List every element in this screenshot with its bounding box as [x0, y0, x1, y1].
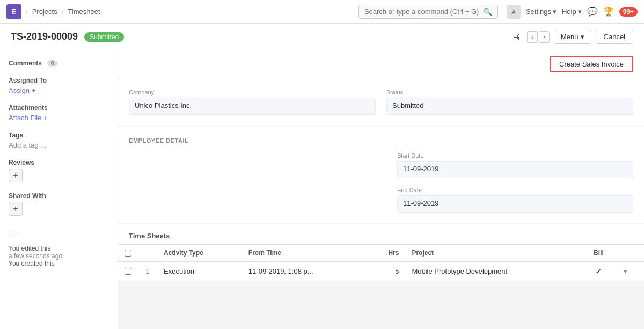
add-tag-prompt[interactable]: Add a tag ... [9, 141, 46, 149]
page-header: TS-2019-00009 Submitted 🖨 ‹ › Menu ▾ Can… [0, 24, 644, 50]
timesheets-table: Activity Type From Time Hrs Project Bill… [118, 244, 644, 281]
app-logo: E [6, 4, 21, 19]
menu-button[interactable]: Menu ▾ [554, 30, 591, 44]
td-hrs: 5 [367, 261, 405, 281]
avatar: A [507, 5, 521, 19]
next-arrow[interactable]: › [539, 31, 550, 43]
content-area: Create Sales Invoice Company Unico Plast… [118, 50, 644, 329]
sidebar-shared-with: Shared With + [9, 192, 109, 216]
row-dropdown-icon[interactable]: ▾ [624, 267, 627, 275]
end-date-label: End Date [397, 187, 633, 193]
notification-badge[interactable]: 99+ [619, 7, 638, 17]
td-dropdown[interactable]: ▾ [617, 261, 644, 281]
th-activity-type: Activity Type [157, 245, 242, 262]
prev-arrow[interactable]: ‹ [527, 31, 538, 43]
create-sales-invoice-button[interactable]: Create Sales Invoice [550, 56, 633, 72]
start-date-label: Start Date [397, 152, 633, 159]
sidebar: Comments 0 Assigned To Assign + Attachme… [0, 50, 118, 329]
sidebar-reviews: Reviews + [9, 159, 109, 182]
end-date-value: 11-09-2019 [397, 195, 633, 213]
td-from-time: 11-09-2019, 1:08 p... [242, 261, 368, 281]
bill-check-icon: ✓ [595, 267, 602, 276]
activity-line-2: a few seconds ago [9, 252, 109, 260]
sidebar-tags: Tags Add a tag ... [9, 131, 109, 149]
status-label: Status [386, 89, 633, 96]
table-row: 1 Execution 11-09-2019, 1:08 p... 5 Mobi… [118, 261, 644, 281]
form-row-1: Company Unico Plastics Inc. Status Submi… [129, 89, 633, 115]
assigned-to-label: Assigned To [9, 77, 109, 84]
add-shared-button[interactable]: + [9, 202, 23, 216]
activity-line-1: You edited this [9, 245, 109, 252]
sidebar-comments: Comments 0 [9, 59, 109, 67]
th-from-time: From Time [242, 245, 368, 262]
search-input[interactable] [364, 8, 480, 16]
th-checkbox [118, 245, 138, 262]
header-actions: 🖨 ‹ › Menu ▾ Cancel [510, 30, 633, 44]
tags-label: Tags [9, 131, 109, 139]
company-field-group: Company Unico Plastics Inc. [129, 89, 376, 115]
td-activity-type: Execution [157, 261, 242, 281]
search-icon: 🔍 [483, 8, 492, 16]
end-date-group: End Date 11-09-2019 [397, 187, 633, 213]
company-value: Unico Plastics Inc. [129, 98, 376, 115]
shared-with-label: Shared With [9, 192, 109, 200]
breadcrumb-chevron-1: › [26, 9, 28, 15]
row-checkbox[interactable] [125, 268, 131, 275]
top-nav: E › Projects › Timesheet 🔍 A Settings ▾ … [0, 0, 644, 24]
comments-count: 0 [47, 60, 58, 67]
attachments-label: Attachments [9, 104, 109, 112]
trophy-icon[interactable]: 🏆 [603, 6, 614, 17]
table-header-row: Activity Type From Time Hrs Project Bill [118, 245, 644, 262]
th-hrs: Hrs [367, 245, 405, 262]
sidebar-attachments: Attachments Attach File + [9, 104, 109, 122]
status-value: Submitted [386, 98, 633, 115]
cancel-button[interactable]: Cancel [596, 30, 633, 44]
th-bill: Bill [580, 245, 617, 262]
td-checkbox [118, 261, 138, 281]
print-button[interactable]: 🖨 [510, 30, 523, 44]
activity-line-3: You created this [9, 260, 109, 267]
timesheets-header: Time Sheets [118, 224, 644, 240]
td-project: Mobile Prototype Development [405, 261, 580, 281]
employee-detail-header: EMPLOYEE DETAIL [129, 137, 633, 144]
th-num [138, 245, 157, 262]
th-project: Project [405, 245, 580, 262]
employee-detail-section: EMPLOYEE DETAIL Start Date 11-09-2019 En… [118, 127, 644, 223]
comments-label: Comments [9, 60, 42, 67]
chat-icon[interactable]: 💬 [587, 6, 598, 17]
status-badge: Submitted [84, 32, 124, 42]
start-date-value: 11-09-2019 [397, 161, 633, 178]
reviews-label: Reviews [9, 159, 109, 166]
status-field-group: Status Submitted [386, 89, 633, 115]
start-date-group: Start Date 11-09-2019 [397, 152, 633, 178]
document-id: TS-2019-00009 [11, 31, 78, 42]
timesheets-section: Time Sheets Activity Type From Time Hrs … [118, 224, 644, 281]
heart-icon[interactable]: ♡ [9, 229, 109, 240]
add-review-button[interactable]: + [9, 169, 23, 182]
td-num: 1 [138, 261, 157, 281]
navigation-arrows: ‹ › [527, 31, 550, 43]
settings-button[interactable]: Settings ▾ [526, 8, 557, 16]
attach-file-button[interactable]: Attach File + [9, 114, 48, 122]
main-layout: Comments 0 Assigned To Assign + Attachme… [0, 50, 644, 329]
breadcrumb-projects[interactable]: Projects [32, 8, 57, 16]
company-label: Company [129, 89, 376, 96]
th-actions [617, 245, 644, 262]
company-status-form: Company Unico Plastics Inc. Status Submi… [118, 78, 644, 126]
date-fields: Start Date 11-09-2019 End Date 11-09-201… [397, 152, 633, 213]
select-all-checkbox[interactable] [125, 250, 131, 257]
nav-right-actions: A Settings ▾ Help ▾ 💬 🏆 99+ [507, 5, 638, 19]
assign-button[interactable]: Assign + [9, 86, 35, 94]
help-button[interactable]: Help ▾ [562, 8, 582, 16]
td-bill: ✓ [580, 261, 617, 281]
sidebar-assigned-to: Assigned To Assign + [9, 77, 109, 94]
breadcrumb-timesheet[interactable]: Timesheet [68, 8, 100, 16]
search-bar[interactable]: 🔍 [358, 5, 498, 19]
breadcrumb-chevron-2: › [62, 9, 64, 15]
invoice-banner: Create Sales Invoice [118, 50, 644, 78]
sidebar-activity: ♡ You edited this a few seconds ago You … [9, 229, 109, 267]
